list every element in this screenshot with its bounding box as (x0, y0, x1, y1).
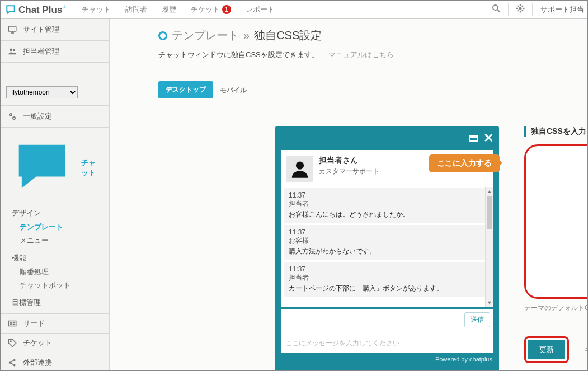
svg-point-2 (519, 7, 521, 10)
site-selector: flytothemoon (6, 86, 104, 98)
svg-point-24 (10, 341, 11, 342)
sidebar-label: 一般設定 (23, 111, 52, 121)
site-select[interactable]: flytothemoon (6, 86, 78, 98)
sidebar-template[interactable]: テンプレート (12, 220, 109, 234)
chat-icon (7, 133, 77, 203)
topbar: Chat Plus+ チャット 訪問者 履歴 チケット1 レポート サポート担当 (1, 1, 587, 19)
id-card-icon (7, 318, 17, 328)
cancel-link[interactable]: キャンセル (585, 345, 587, 355)
sidebar-chat[interactable]: チャット (1, 128, 109, 206)
chat-bubble-icon (5, 4, 16, 15)
current-user[interactable]: サポート担当 (537, 4, 587, 15)
ticket-badge: 1 (222, 5, 231, 14)
users-icon (7, 46, 17, 57)
msg-sender: 担当者 (289, 199, 486, 209)
manual-link[interactable]: マニュアルはこちら (328, 50, 394, 59)
msg-time: 11:37 (289, 228, 486, 236)
gear-icon[interactable] (513, 3, 528, 16)
sidebar-label: 担当者管理 (23, 46, 59, 57)
chat-preview-header: ✕ (275, 126, 499, 150)
breadcrumb-bullet-icon (158, 31, 167, 40)
svg-point-14 (10, 49, 12, 51)
msg-sender: 担当者 (289, 273, 486, 283)
close-icon[interactable]: ✕ (483, 131, 493, 145)
msg-time: 11:37 (289, 191, 486, 199)
sidebar-menu[interactable]: メニュー (12, 234, 109, 247)
sidebar-label: チャット (81, 158, 102, 178)
sidebar-agent-mgmt[interactable]: 担当者管理 (1, 41, 109, 63)
nav-report[interactable]: レポート (240, 1, 280, 18)
sidebar-design[interactable]: デザイン (12, 206, 109, 220)
msg-time: 11:37 (289, 265, 486, 273)
monitor-icon (7, 25, 17, 35)
sidebar-feature[interactable]: 機能 (12, 251, 109, 265)
person-icon (289, 158, 311, 180)
nav-history[interactable]: 履歴 (156, 1, 182, 18)
chat-preview-body: 担当者さん カスタマーサポート 11:37 担当者 お客様こんにちは。どうされま… (281, 150, 493, 307)
scrollbar[interactable]: ▲ ▼ (485, 187, 493, 307)
svg-point-30 (296, 162, 304, 170)
sidebar-label: 外部連携 (23, 358, 52, 368)
sidebar-label: リード (23, 318, 45, 328)
scroll-up-icon[interactable]: ▲ (486, 187, 493, 195)
share-icon (7, 358, 17, 368)
input-here-callout: ここに入力する (429, 154, 500, 172)
chat-input-placeholder: ここにメッセージを入力してください (285, 339, 489, 348)
msg-body: お客様こんにちは。どうされましたか。 (289, 209, 486, 219)
tab-mobile[interactable]: モバイル (213, 82, 253, 98)
breadcrumb-template[interactable]: テンプレート (172, 28, 239, 43)
separator (508, 3, 509, 16)
css-panel: 独自CSSを入力 ここに入力する テーマのデフォルトCSSを表示。 更新 キャン… (524, 126, 587, 363)
main-panel: テンプレート » 独自CSS設定 チャットウィンドウに独自CSSを設定できます。… (110, 19, 587, 370)
sidebar-lead[interactable]: リード (1, 314, 109, 334)
operator-role: カスタマーサポート (319, 166, 379, 176)
update-button[interactable]: 更新 (528, 340, 565, 359)
svg-rect-11 (8, 26, 16, 31)
svg-line-1 (497, 10, 500, 12)
avatar (286, 156, 313, 182)
svg-line-29 (11, 363, 13, 365)
sidebar-ticket[interactable]: チケット (1, 334, 109, 353)
sidebar-seq[interactable]: 順番処理 (12, 265, 109, 279)
breadcrumb-current: 独自CSS設定 (254, 28, 322, 43)
tab-desktop[interactable]: デスクトップ (158, 81, 213, 98)
sidebar-site-mgmt[interactable]: サイト管理 (1, 19, 109, 41)
svg-point-0 (493, 5, 498, 10)
powered-by: Powered by chatplus (275, 353, 499, 363)
message-list: 11:37 担当者 お客様こんにちは。どうされましたか。 11:37 お客様 購… (281, 187, 493, 307)
nav-visitor[interactable]: 訪問者 (120, 1, 153, 18)
sidebar: サイト管理 担当者管理 flytothemoon 一般設定 チャット デザイン … (1, 19, 110, 370)
svg-line-7 (518, 5, 519, 6)
css-panel-title: 独自CSSを入力 (524, 126, 587, 137)
sidebar-general[interactable]: 一般設定 (1, 106, 109, 128)
nav-ticket[interactable]: チケット1 (185, 1, 237, 18)
logo-text: Chat Plus+ (18, 3, 66, 16)
breadcrumb-separator: » (243, 29, 250, 42)
svg-line-9 (518, 10, 519, 11)
operator-name: 担当者さん (319, 156, 379, 166)
sidebar-bot[interactable]: チャットボット (12, 279, 109, 292)
search-icon[interactable] (489, 3, 504, 16)
page-description: チャットウィンドウに独自CSSを設定できます。 マニュアルはこちら (110, 43, 587, 60)
nav-chat[interactable]: チャット (76, 1, 116, 18)
update-highlight: 更新 (524, 336, 569, 363)
chat-message: 11:37 担当者 カートページの下部に「購入」ボタンがあります。 (284, 262, 490, 297)
action-row: 更新 キャンセル (524, 336, 587, 363)
chat-message: 11:37 担当者 お客様こんにちは。どうされましたか。 (284, 188, 490, 223)
scroll-thumb[interactable] (487, 196, 492, 229)
show-default-css-link[interactable]: テーマのデフォルトCSSを表示。 (524, 303, 587, 313)
chat-input-area[interactable]: 送信 ここにメッセージを入力してください (281, 309, 493, 353)
svg-point-17 (10, 114, 11, 115)
sidebar-label: サイト管理 (23, 25, 59, 35)
sidebar-external[interactable]: 外部連携 (1, 353, 109, 371)
sidebar-goal[interactable]: 目標管理 (12, 295, 109, 310)
css-textarea[interactable] (524, 144, 587, 299)
send-button[interactable]: 送信 (464, 312, 490, 327)
svg-point-19 (13, 118, 15, 119)
msg-sender: お客様 (289, 236, 486, 246)
svg-point-15 (13, 49, 15, 51)
scroll-down-icon[interactable]: ▼ (486, 298, 493, 307)
sidebar-chat-sub: デザイン テンプレート メニュー 機能 順番処理 チャットボット 目標管理 (1, 206, 109, 313)
minimize-icon[interactable] (469, 135, 478, 142)
logo[interactable]: Chat Plus+ (5, 3, 66, 16)
